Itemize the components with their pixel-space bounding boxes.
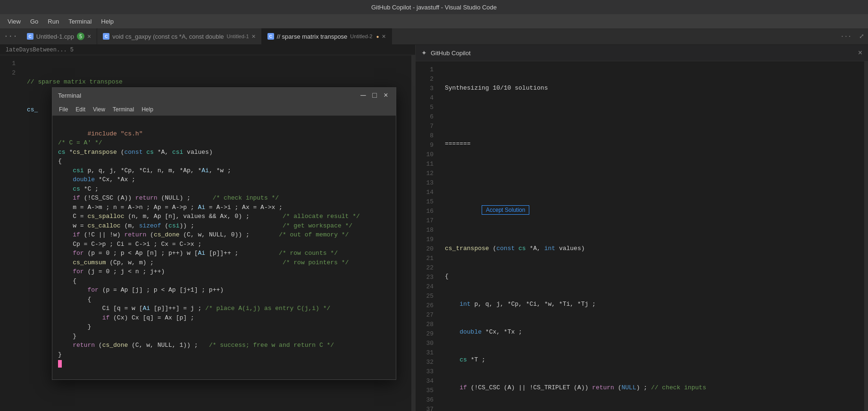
cp-ln-1: 1 xyxy=(416,65,439,75)
tab-suffix-untitled2: Untitled-1 xyxy=(227,34,249,39)
cp-ln-17: 17 xyxy=(416,216,439,226)
cp-ln-34: 34 xyxy=(416,377,439,386)
tab-icon-cpp2: C xyxy=(103,33,109,40)
terminal-menu-terminal[interactable]: Terminal xyxy=(110,105,137,114)
copilot-panel: ✦ GitHub Copilot × 1 2 3 4 5 6 7 8 9 10 … xyxy=(415,45,868,411)
terminal-line-check: if (!CS_CSC (A)) return (NULL) ; /* chec… xyxy=(58,194,279,201)
menu-run[interactable]: Run xyxy=(44,16,63,27)
cp-ln-12: 12 xyxy=(416,169,439,178)
copilot-code-area: Synthesizing 10/10 solutions ======= Acc… xyxy=(439,61,864,411)
cp-ln-28: 28 xyxy=(416,320,439,329)
terminal-line-cumsum: cs_cumsum (Cp, w, m) ; /* row pointers *… xyxy=(58,259,349,266)
tab-icon-cpp3: C xyxy=(267,33,274,40)
cp-ln-22: 22 xyxy=(416,263,439,273)
terminal-line-comment1: /* C = A' */ xyxy=(58,139,102,146)
cp-line-3: ======= xyxy=(445,139,859,149)
terminal-cursor-line xyxy=(58,360,62,367)
tab-modified-dot: ● xyxy=(376,34,379,39)
terminal-line-vars3: cs *C ; xyxy=(58,185,99,193)
tab-label-untitled1: Untitled-1.cpp xyxy=(36,33,74,40)
terminal-line-cx: if (Cx) Cx [q] = Ax [p] ; xyxy=(58,314,194,321)
cp-ln-36: 36 xyxy=(416,395,439,405)
code-line-1: // sparse matrix transpose xyxy=(27,77,406,87)
terminal-line-brace1: { xyxy=(58,158,62,165)
terminal-line-brace2: { xyxy=(58,277,76,285)
terminal-line-mem: if (!C || !w) return (cs_done (C, w, NUL… xyxy=(58,231,349,238)
cp-line-8: double *Cx, *Tx ; xyxy=(445,327,859,337)
copilot-header: ✦ GitHub Copilot × xyxy=(416,45,868,61)
terminal-line-return: return (cs_done (C, w, NULL, 1)) ; /* su… xyxy=(58,342,334,349)
cp-line-7: int p, q, j, *Cp, *Ci, *w, *Ti, *Tj ; xyxy=(445,300,859,309)
tab-bar: ··· C Untitled-1.cpp 5 × C void cs_gaxpy… xyxy=(0,28,868,45)
cp-ln-37: 37 xyxy=(416,405,439,411)
tab-actions-overflow[interactable]: ··· xyxy=(841,33,851,40)
terminal-line-for2: for (j = 0 ; j < n ; j++) xyxy=(58,268,165,275)
cp-accept-btn-line: Accept Solution xyxy=(445,195,859,225)
terminal-content[interactable]: #include "cs.h" /* C = A' */ cs *cs_tran… xyxy=(52,116,396,379)
cp-ln-16: 16 xyxy=(416,207,439,216)
terminal-maximize-btn[interactable]: □ xyxy=(370,91,379,100)
cp-ln-20: 20 xyxy=(416,244,439,254)
terminal-line-brace4: } xyxy=(58,323,91,330)
breadcrumb-text: lateDaysBetween... 5 xyxy=(6,47,74,53)
terminal-line-vars1: csi p, q, j, *Cp, *Ci, n, m, *Ap, *Ai, *… xyxy=(58,167,231,174)
cp-line-5: cs_transpose (const cs *A, int values) xyxy=(445,244,859,253)
terminal-line-brace3: { xyxy=(58,296,91,303)
cp-line-10: if (!CS_CSC (A) || !CS_TRIPLET (A)) retu… xyxy=(445,383,859,393)
cp-ln-3: 3 xyxy=(416,84,439,93)
tab-spacer xyxy=(392,28,837,44)
terminal-menu-help[interactable]: Help xyxy=(139,105,156,114)
copilot-close-btn[interactable]: × xyxy=(858,49,862,57)
cp-ln-24: 24 xyxy=(416,282,439,292)
tab-suffix-untitled3: Untitled-2 xyxy=(350,34,372,39)
copilot-scrollbar[interactable] xyxy=(864,61,868,411)
line-num-1: 1 xyxy=(0,59,21,68)
tab-close-untitled1[interactable]: × xyxy=(87,33,91,40)
editor-panel: lateDaysBetween... 5 1 2 // sparse matri… xyxy=(0,45,415,411)
editor-line-numbers: 1 2 xyxy=(0,55,21,411)
terminal-menu-edit[interactable]: Edit xyxy=(73,105,88,114)
cp-ln-10: 10 xyxy=(416,150,439,159)
tab-untitled3[interactable]: C // sparse matrix transpose Untitled-2 … xyxy=(262,28,392,44)
terminal-line-for3: for (p = Ap [j] ; p < Ap [j+1] ; p++) xyxy=(58,286,224,294)
tab-close-untitled2[interactable]: × xyxy=(252,33,256,40)
cp-ln-19: 19 xyxy=(416,235,439,244)
terminal-minimize-btn[interactable]: ─ xyxy=(359,91,367,100)
terminal-line-vars2: double *Cx, *Ax ; xyxy=(58,176,135,183)
tab-untitled2[interactable]: C void cs_gaxpy (const cs *A, const doub… xyxy=(97,28,262,44)
expand-icon[interactable]: ⤢ xyxy=(859,33,864,40)
terminal-line-ci: Ci [q = w [Ai [p]]++] = j ; /* place A(i… xyxy=(58,305,330,312)
cp-ln-35: 35 xyxy=(416,386,439,395)
tab-untitled1[interactable]: C Untitled-1.cpp 5 × xyxy=(21,28,97,44)
tab-actions-right: ··· xyxy=(837,28,855,44)
menu-terminal[interactable]: Terminal xyxy=(65,16,95,27)
editor-scrollbar[interactable] xyxy=(411,55,415,411)
cp-ln-14: 14 xyxy=(416,188,439,197)
title-text: GitHub Copilot - javastuff - Visual Stud… xyxy=(371,4,497,11)
terminal-line-spalloc: C = cs_spalloc (n, m, Ap [n], values && … xyxy=(58,213,360,220)
cp-ln-23: 23 xyxy=(416,273,439,282)
terminal-line-for1: for (p = 0 ; p < Ap [n] ; p++) w [Ai [p]… xyxy=(58,250,338,257)
cp-line-9: cs *T ; xyxy=(445,355,859,365)
terminal-title-bar: Terminal ─ □ × xyxy=(52,88,396,103)
terminal-close-btn[interactable]: × xyxy=(382,91,390,100)
copilot-title-text: GitHub Copilot xyxy=(431,50,471,57)
cp-ln-30: 30 xyxy=(416,339,439,348)
tab-overflow-left[interactable]: ··· xyxy=(0,28,21,44)
terminal-line-brace5: } xyxy=(58,333,76,340)
cp-ln-25: 25 xyxy=(416,292,439,301)
menu-help[interactable]: Help xyxy=(97,16,117,27)
menu-view[interactable]: View xyxy=(4,16,25,27)
accept-solution-button[interactable]: Accept Solution xyxy=(482,205,529,215)
terminal-menu: File Edit View Terminal Help xyxy=(52,103,396,116)
cp-line-4 xyxy=(445,167,859,176)
tab-label-untitled3: // sparse matrix transpose xyxy=(277,33,348,40)
cp-ln-32: 32 xyxy=(416,358,439,367)
tab-badge-untitled1: 5 xyxy=(77,33,84,40)
cp-ln-5: 5 xyxy=(416,103,439,112)
cp-ln-15: 15 xyxy=(416,197,439,207)
terminal-menu-file[interactable]: File xyxy=(56,105,71,114)
menu-go[interactable]: Go xyxy=(26,16,42,27)
terminal-menu-view[interactable]: View xyxy=(90,105,108,114)
tab-close-untitled3[interactable]: × xyxy=(382,33,385,40)
